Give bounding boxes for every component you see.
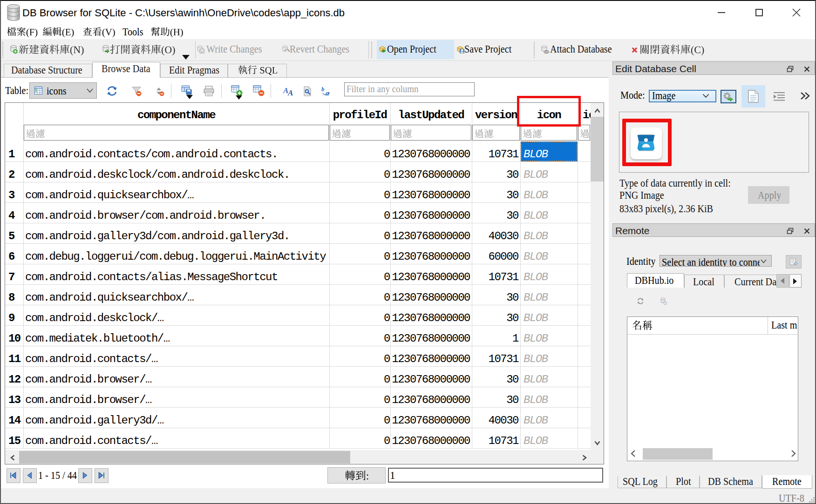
svg-text:b: b	[321, 86, 325, 93]
svg-text:a: a	[326, 89, 329, 97]
svg-text:A: A	[287, 88, 293, 97]
